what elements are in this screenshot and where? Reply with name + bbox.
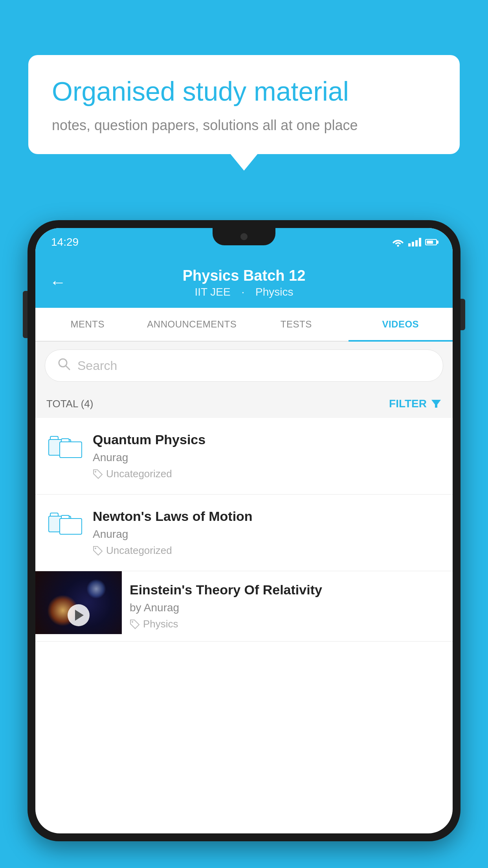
tag-icon	[93, 546, 103, 556]
notch	[213, 228, 275, 245]
tag-label: Physics	[143, 618, 178, 630]
list-item[interactable]: Newton's Laws of Motion Anurag Uncategor…	[35, 495, 453, 571]
video-author: Anurag	[93, 528, 442, 541]
tab-ments[interactable]: MENTS	[35, 308, 140, 341]
wifi-icon	[392, 237, 404, 247]
folder-icon-container	[46, 509, 82, 538]
speech-bubble: Organised study material notes, question…	[28, 55, 460, 154]
search-container: Search	[35, 342, 453, 390]
status-bar: 14:29	[35, 228, 453, 256]
video-tag: Uncategorized	[93, 544, 442, 557]
tab-bar: MENTS ANNOUNCEMENTS TESTS VIDEOS	[35, 308, 453, 342]
header-subtitle: IIT JEE · Physics	[51, 286, 437, 298]
bubble-title: Organised study material	[52, 75, 436, 108]
tab-announcements[interactable]: ANNOUNCEMENTS	[140, 308, 244, 341]
video-tag: Uncategorized	[93, 468, 442, 480]
total-count: TOTAL (4)	[46, 398, 93, 410]
tag-label: Uncategorized	[106, 468, 172, 480]
speech-bubble-container: Organised study material notes, question…	[28, 55, 460, 154]
filter-funnel-icon	[431, 398, 442, 409]
search-icon	[57, 357, 71, 374]
phone-container: 14:29	[28, 220, 460, 868]
video-info: Newton's Laws of Motion Anurag Uncategor…	[93, 509, 442, 557]
svg-point-5	[95, 548, 96, 549]
header-title: Physics Batch 12	[51, 267, 437, 284]
signal-icon	[408, 238, 421, 246]
thumbnail-container	[35, 571, 122, 634]
svg-line-2	[66, 366, 70, 370]
search-bar[interactable]: Search	[45, 349, 443, 382]
svg-point-0	[397, 245, 399, 247]
tab-tests[interactable]: TESTS	[244, 308, 349, 341]
video-author: by Anurag	[130, 601, 445, 614]
status-time: 14:29	[51, 236, 79, 248]
video-tag: Physics	[130, 618, 445, 630]
list-item[interactable]: Einstein's Theory Of Relativity by Anura…	[35, 571, 453, 642]
phone-screen: 14:29	[35, 228, 453, 833]
svg-point-4	[95, 471, 96, 473]
tag-icon	[130, 619, 140, 629]
header-subtitle-part1: IIT JEE	[194, 286, 230, 298]
back-button[interactable]: ←	[50, 273, 66, 292]
play-triangle-icon	[75, 610, 84, 621]
video-title: Quantum Physics	[93, 432, 442, 447]
filter-button[interactable]: FILTER	[389, 397, 442, 410]
play-button[interactable]	[68, 604, 90, 626]
svg-point-6	[132, 621, 133, 623]
header-subtitle-part2: Physics	[255, 286, 293, 298]
camera-dot	[240, 233, 248, 240]
tab-videos[interactable]: VIDEOS	[349, 308, 453, 341]
search-placeholder: Search	[77, 359, 117, 373]
app-header: ← Physics Batch 12 IIT JEE · Physics	[35, 256, 453, 308]
svg-marker-3	[431, 400, 441, 408]
folder-icon-container	[46, 432, 82, 461]
phone-outer: 14:29	[28, 220, 460, 841]
tag-icon	[93, 469, 103, 479]
video-info: Quantum Physics Anurag Uncategorized	[93, 432, 442, 480]
filter-label: FILTER	[389, 397, 427, 410]
filter-bar: TOTAL (4) FILTER	[35, 390, 453, 418]
glow-effect-2	[86, 579, 106, 599]
status-icons	[392, 237, 437, 247]
folder-icon	[48, 511, 80, 538]
tag-label: Uncategorized	[106, 544, 172, 557]
battery-icon	[425, 239, 437, 245]
video-title: Einstein's Theory Of Relativity	[130, 582, 445, 598]
video-author: Anurag	[93, 451, 442, 464]
folder-icon	[48, 434, 80, 461]
video-title: Newton's Laws of Motion	[93, 509, 442, 524]
list-item[interactable]: Quantum Physics Anurag Uncategorized	[35, 418, 453, 495]
video-info: Einstein's Theory Of Relativity by Anura…	[122, 571, 453, 641]
bubble-subtitle: notes, question papers, solutions all at…	[52, 117, 436, 134]
